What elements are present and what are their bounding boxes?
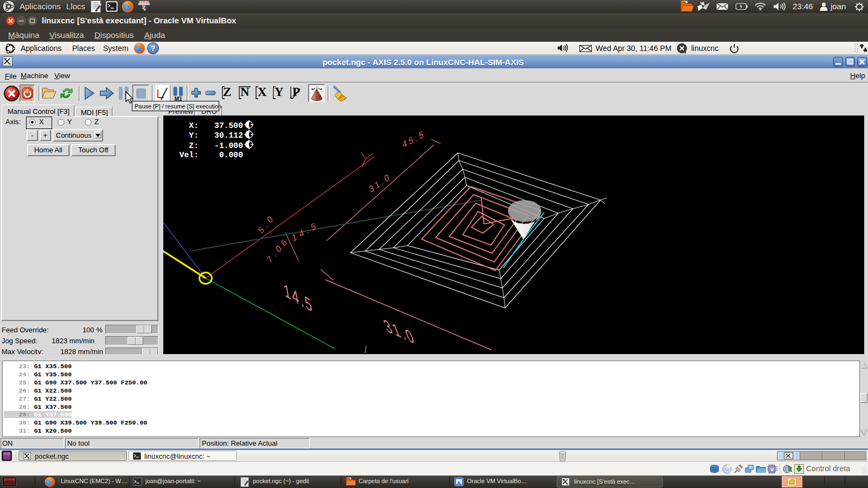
- svg-text:7.06: 7.06: [265, 234, 290, 265]
- svg-text:14.5: 14.5: [282, 280, 315, 317]
- svg-text:X:: X:: [189, 121, 199, 130]
- svg-text:14.5: 14.5: [291, 219, 320, 243]
- svg-text:37.500: 37.500: [214, 121, 243, 130]
- svg-text:31.0: 31.0: [368, 171, 392, 195]
- svg-text:?: ?: [151, 44, 156, 53]
- svg-text:-1.000: -1.000: [214, 142, 243, 150]
- svg-text:45.5: 45.5: [401, 128, 426, 150]
- svg-text:0.000: 0.000: [219, 151, 243, 159]
- svg-text:Y:: Y:: [189, 131, 199, 140]
- svg-text:31.0: 31.0: [380, 315, 418, 348]
- svg-text:5.0: 5.0: [256, 211, 277, 236]
- svg-text:Vel:: Vel:: [180, 151, 199, 159]
- svg-text:30.112: 30.112: [214, 131, 243, 140]
- svg-text:V: V: [770, 467, 774, 472]
- svg-text:Z:: Z:: [189, 142, 199, 150]
